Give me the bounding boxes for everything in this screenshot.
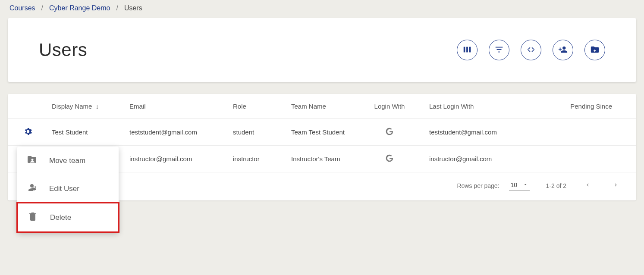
filter-button[interactable] — [489, 40, 509, 60]
chevron-left-icon — [584, 183, 591, 189]
svg-rect-5 — [498, 51, 500, 52]
row-context-menu: Move teamEdit UserDelete — [17, 147, 119, 232]
rows-per-page-value: 10 — [511, 181, 518, 188]
breadcrumb-link-courses[interactable]: Courses — [9, 4, 35, 12]
svg-rect-1 — [466, 47, 468, 52]
col-header-login-with[interactable]: Login With — [355, 94, 424, 119]
col-header-last-login[interactable]: Last Login With — [424, 94, 558, 119]
cell-role: instructor — [228, 146, 286, 172]
code-icon — [526, 45, 536, 56]
prev-page-button[interactable] — [583, 180, 592, 191]
code-button[interactable] — [521, 40, 541, 60]
page-title: Users — [39, 40, 87, 60]
svg-rect-2 — [469, 47, 471, 52]
person-add-icon — [558, 45, 568, 56]
page-header-card: Users — [8, 18, 636, 82]
row-gear-icon[interactable] — [23, 130, 33, 138]
cell-pending-since — [558, 119, 636, 146]
svg-rect-0 — [464, 47, 465, 52]
sort-arrow-down-icon: ↓ — [96, 103, 99, 110]
col-header-email[interactable]: Email — [124, 94, 228, 119]
breadcrumb-separator: / — [116, 4, 118, 12]
table-header-row: Display Name ↓ Email Role Team Name Logi… — [8, 94, 636, 119]
filter-icon — [494, 45, 504, 56]
rows-per-page-select[interactable]: 10 — [509, 181, 530, 191]
menu-item-label: Delete — [50, 213, 71, 222]
toolbar — [457, 40, 605, 60]
columns-button[interactable] — [457, 40, 478, 60]
cell-email: teststudent@gmail.com — [124, 119, 228, 146]
cell-email: instructor@gmail.com — [124, 146, 228, 172]
users-table-card: Display Name ↓ Email Role Team Name Logi… — [8, 94, 636, 200]
col-header-team-name[interactable]: Team Name — [286, 94, 355, 119]
col-header-pending[interactable]: Pending Since — [558, 94, 636, 119]
col-header-role[interactable]: Role — [228, 94, 286, 119]
next-page-button[interactable] — [611, 180, 621, 191]
table-row: Test Studentteststudent@gmail.comstudent… — [8, 119, 636, 146]
add-user-button[interactable] — [553, 40, 573, 60]
rows-per-page: Rows per page: 10 — [457, 181, 529, 191]
breadcrumb-separator: / — [41, 4, 43, 12]
google-icon — [385, 130, 394, 138]
edit-user-icon — [27, 182, 37, 195]
dropdown-arrow-icon — [523, 181, 528, 188]
google-icon — [385, 157, 394, 164]
col-header-actions — [8, 94, 47, 119]
pagination-range: 1-2 of 2 — [546, 182, 566, 189]
columns-icon — [462, 45, 472, 56]
cell-login-with — [355, 146, 424, 172]
menu-item-label: Move team — [49, 156, 85, 165]
col-header-label: Display Name — [52, 103, 92, 110]
menu-item-move-team[interactable]: Move team — [17, 147, 119, 175]
menu-item-delete[interactable]: Delete — [16, 202, 119, 233]
svg-rect-3 — [496, 47, 503, 47]
folder-add-icon — [590, 45, 600, 56]
cell-last-login-with: teststudent@gmail.com — [424, 119, 558, 146]
cell-team-name: Instructor's Team — [286, 146, 355, 172]
cell-display-name: Test Student — [47, 119, 124, 146]
delete-icon — [28, 211, 38, 224]
breadcrumb-link-course[interactable]: Cyber Range Demo — [49, 4, 110, 12]
col-header-display-name[interactable]: Display Name ↓ — [47, 94, 124, 119]
menu-item-label: Edit User — [49, 184, 79, 193]
rows-per-page-label: Rows per page: — [457, 182, 499, 189]
cell-pending-since — [558, 146, 636, 172]
page-nav — [583, 180, 621, 191]
breadcrumb-current: Users — [124, 4, 142, 12]
svg-rect-4 — [497, 49, 502, 50]
cell-last-login-with: instructor@gmail.com — [424, 146, 558, 172]
menu-item-edit-user[interactable]: Edit User — [17, 175, 119, 203]
cell-login-with — [355, 119, 424, 146]
add-folder-button[interactable] — [584, 40, 605, 60]
chevron-right-icon — [613, 183, 619, 189]
cell-role: student — [228, 119, 286, 146]
breadcrumb: Courses / Cyber Range Demo / Users — [0, 0, 644, 18]
cell-team-name: Team Test Student — [286, 119, 355, 146]
move-team-icon — [27, 154, 37, 167]
